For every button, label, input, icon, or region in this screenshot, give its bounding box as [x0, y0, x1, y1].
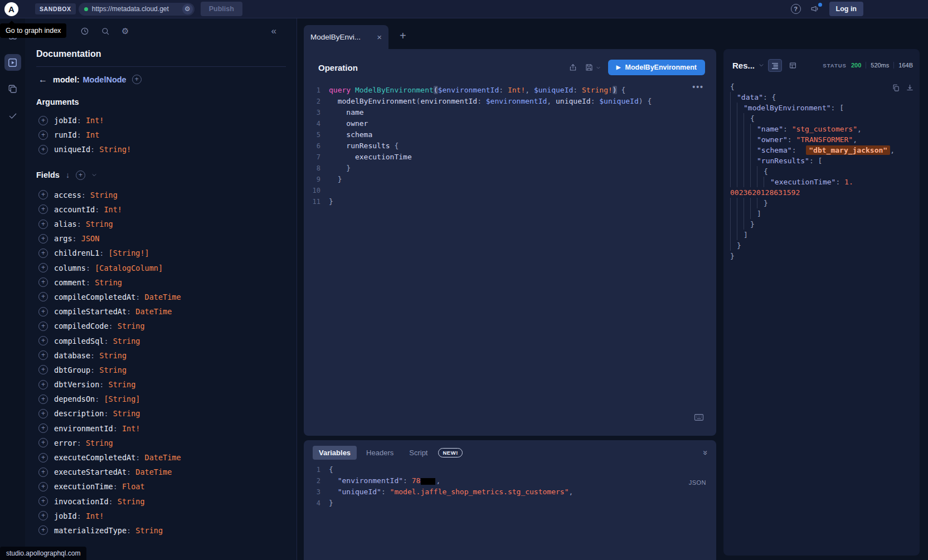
- save-icon[interactable]: [585, 63, 594, 72]
- settings-icon[interactable]: ⚙: [122, 27, 129, 35]
- doc-field-row[interactable]: +childrenL1: [String!]: [25, 246, 297, 260]
- field-type-link[interactable]: [CatalogColumn]: [95, 264, 163, 272]
- add-to-query-icon[interactable]: +: [38, 307, 48, 316]
- variables-editor[interactable]: 1{2 "environmentId": 78,3 "uniqueId": "m…: [304, 460, 716, 509]
- explorer-icon[interactable]: [4, 54, 21, 71]
- field-name-link[interactable]: runId: [54, 130, 77, 139]
- field-type-link[interactable]: String: [99, 351, 127, 360]
- field-type-link[interactable]: String: [86, 220, 113, 228]
- doc-field-row[interactable]: +access: String: [25, 188, 297, 202]
- doc-field-row[interactable]: +accountId: Int!: [25, 202, 297, 217]
- field-name-link[interactable]: compileCompletedAt: [54, 293, 135, 301]
- add-all-fields-icon[interactable]: +: [132, 75, 142, 84]
- field-type-link[interactable]: Float: [122, 482, 145, 491]
- add-to-query-icon[interactable]: +: [38, 292, 48, 301]
- field-type-link[interactable]: String!: [99, 145, 131, 154]
- download-icon[interactable]: [906, 84, 914, 92]
- doc-field-row[interactable]: +columns: [CatalogColumn]: [25, 261, 297, 275]
- doc-field-row[interactable]: +invocationId: String: [25, 494, 297, 509]
- search-icon[interactable]: [101, 27, 110, 36]
- field-type-link[interactable]: [String!]: [109, 249, 149, 257]
- doc-field-row[interactable]: +compiledCode: String: [25, 319, 297, 333]
- endpoint-settings-icon[interactable]: ⚙: [182, 4, 193, 14]
- add-to-query-icon[interactable]: +: [38, 453, 48, 462]
- field-name-link[interactable]: alias: [54, 220, 77, 228]
- field-name-link[interactable]: dbtGroup: [54, 366, 90, 374]
- field-name-link[interactable]: access: [54, 191, 81, 199]
- operation-editor[interactable]: 1query ModelByEnvironment($environmentId…: [304, 78, 716, 207]
- add-to-query-icon[interactable]: +: [38, 116, 48, 125]
- field-type-link[interactable]: String: [113, 409, 140, 418]
- doc-field-row[interactable]: +dependsOn: [String]: [25, 392, 297, 406]
- field-name-link[interactable]: database: [54, 351, 90, 360]
- field-name-link[interactable]: uniqueId: [54, 145, 90, 154]
- json-view-icon[interactable]: [768, 59, 782, 72]
- tab-headers[interactable]: Headers: [360, 446, 400, 460]
- add-to-query-icon[interactable]: +: [38, 423, 48, 433]
- add-to-query-icon[interactable]: +: [38, 380, 48, 389]
- field-name-link[interactable]: dependsOn: [54, 395, 95, 403]
- publish-button[interactable]: Publish: [201, 2, 242, 16]
- doc-field-row[interactable]: +comment: String: [25, 275, 297, 290]
- add-to-query-icon[interactable]: +: [38, 249, 48, 258]
- field-type-link[interactable]: String: [135, 526, 163, 535]
- login-button[interactable]: Log in: [829, 2, 864, 16]
- add-to-query-icon[interactable]: +: [38, 336, 48, 345]
- field-name-link[interactable]: executionTime: [54, 482, 113, 491]
- field-name-link[interactable]: description: [54, 409, 104, 418]
- field-type-link[interactable]: DateTime: [135, 468, 172, 476]
- endpoint-input[interactable]: https://metadata.cloud.get ⚙: [79, 3, 195, 16]
- field-name-link[interactable]: jobId: [54, 116, 77, 125]
- add-to-query-icon[interactable]: +: [38, 234, 48, 244]
- field-name-link[interactable]: materializedType: [54, 526, 127, 535]
- add-to-query-icon[interactable]: +: [38, 204, 48, 214]
- collapse-panel-icon[interactable]: «: [699, 450, 708, 455]
- endpoint-url[interactable]: https://metadata.cloud.get: [92, 5, 182, 13]
- response-chevron-icon[interactable]: [759, 62, 764, 68]
- field-name-link[interactable]: args: [54, 234, 72, 243]
- field-type-link[interactable]: DateTime: [145, 293, 181, 301]
- field-name-link[interactable]: error: [54, 439, 77, 447]
- doc-field-row[interactable]: +environmentId: Int!: [25, 421, 297, 436]
- field-type-link[interactable]: DateTime: [135, 307, 172, 316]
- field-name-link[interactable]: executeCompletedAt: [54, 453, 135, 462]
- doc-field-row[interactable]: +compileStartedAt: DateTime: [25, 304, 297, 319]
- doc-field-row[interactable]: +jobId: Int!: [25, 509, 297, 523]
- field-name-link[interactable]: invocationId: [54, 497, 109, 506]
- doc-field-row[interactable]: +compileCompletedAt: DateTime: [25, 290, 297, 304]
- doc-field-row[interactable]: +executeStartedAt: DateTime: [25, 465, 297, 479]
- add-to-query-icon[interactable]: +: [38, 130, 48, 140]
- add-to-query-icon[interactable]: +: [38, 525, 48, 535]
- back-icon[interactable]: ←: [38, 75, 47, 84]
- add-to-query-icon[interactable]: +: [38, 190, 48, 199]
- field-name-link[interactable]: columns: [54, 264, 86, 272]
- doc-field-row[interactable]: +jobId: Int!: [25, 113, 297, 128]
- add-to-query-icon[interactable]: +: [38, 395, 48, 404]
- field-type-link[interactable]: [String]: [104, 395, 140, 403]
- field-type-link[interactable]: String: [86, 439, 113, 447]
- field-name-link[interactable]: jobId: [54, 512, 77, 520]
- doc-field-row[interactable]: +executeCompletedAt: DateTime: [25, 450, 297, 465]
- field-name-link[interactable]: compileStartedAt: [54, 307, 127, 316]
- announcements-icon[interactable]: [810, 4, 820, 14]
- help-icon[interactable]: ?: [791, 4, 801, 14]
- tab-title[interactable]: ModelByEnvi...: [310, 33, 372, 41]
- field-name-link[interactable]: accountId: [54, 205, 95, 214]
- checklist-icon[interactable]: [4, 108, 21, 124]
- add-to-query-icon[interactable]: +: [38, 322, 48, 331]
- field-type-link[interactable]: String: [95, 278, 122, 287]
- tab-script[interactable]: Script: [403, 446, 434, 460]
- doc-field-row[interactable]: +uniqueId: String!: [25, 142, 297, 157]
- collections-icon[interactable]: [4, 81, 21, 98]
- copy-icon[interactable]: [892, 84, 900, 92]
- doc-field-row[interactable]: +error: String: [25, 436, 297, 450]
- add-to-query-icon[interactable]: +: [38, 496, 48, 506]
- field-name-link[interactable]: comment: [54, 278, 86, 287]
- field-name-link[interactable]: compiledCode: [54, 322, 109, 330]
- sort-fields-icon[interactable]: ↓: [66, 171, 70, 179]
- field-type-link[interactable]: Int!: [122, 424, 140, 433]
- field-type-link[interactable]: Int!: [86, 512, 104, 520]
- share-icon[interactable]: [569, 63, 577, 72]
- add-to-query-icon[interactable]: +: [38, 468, 48, 477]
- add-fields-icon[interactable]: +: [76, 171, 85, 180]
